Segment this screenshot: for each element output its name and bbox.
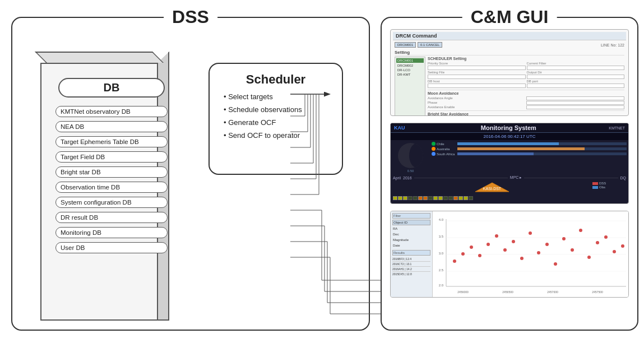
svg-point-59 xyxy=(604,235,608,239)
scr3-row2: 2016CT2 | 13.1 xyxy=(392,262,430,267)
scheduler-item: • Select targets xyxy=(224,92,342,101)
scr2-bar-fill-australia xyxy=(457,147,585,150)
scr2-cell xyxy=(398,196,402,200)
scr2-cell-grid xyxy=(391,196,628,201)
scr3-item1[interactable]: Object ID xyxy=(392,220,430,225)
scr2-dot-chile xyxy=(432,142,435,146)
scr2-cell xyxy=(469,196,473,200)
scr2-row3: South Africa xyxy=(432,152,627,156)
scr3-row4: 2015DX5 | 12.8 xyxy=(392,272,430,276)
scr2-bar-fill-chile xyxy=(457,142,559,145)
svg-point-48 xyxy=(512,240,515,243)
scr2-legend-dss-color xyxy=(592,182,598,185)
svg-point-54 xyxy=(562,237,566,240)
scr3-item5[interactable]: Date xyxy=(392,243,430,248)
svg-point-61 xyxy=(621,244,624,248)
scr2-triangle-svg: KASI-DST xyxy=(470,182,515,193)
scr3-left: Filter Object ID RA Dec Magnitude Date R… xyxy=(391,211,433,297)
scr1-sidebar-item1[interactable]: DRCM001 xyxy=(396,58,424,63)
svg-point-45 xyxy=(487,243,490,246)
scr1-scheduler-label: SCHEDULER Setting xyxy=(428,57,624,61)
svg-point-55 xyxy=(571,248,574,252)
db-label: DB xyxy=(58,78,165,98)
scr1-field-label1: Priority Score xyxy=(428,62,526,65)
scr1-btn1[interactable]: DRCM001 xyxy=(395,42,416,48)
scr3-item4[interactable]: Magnitude xyxy=(392,238,430,242)
scr2-cell xyxy=(413,196,418,200)
scr2-bar-australia xyxy=(457,147,627,150)
svg-point-41 xyxy=(453,259,456,263)
scr2-label-australia: Australia xyxy=(437,147,456,151)
scr2-cell xyxy=(408,196,413,200)
scr3-item3[interactable]: Dec xyxy=(392,232,430,237)
scr1-status: LINE No: 122 xyxy=(601,43,624,47)
scr1-moon-v2 xyxy=(526,101,624,105)
scheduler-item: • Schedule observations xyxy=(224,105,342,114)
svg-text:KASI-DST: KASI-DST xyxy=(483,187,502,191)
db-container: DB KMTNet observatory DBNEA DBTarget Eph… xyxy=(29,52,158,321)
scr1-field-val5 xyxy=(527,75,625,79)
svg-point-44 xyxy=(478,254,481,257)
svg-point-51 xyxy=(537,251,540,254)
scr1-field-label4: Current Filter xyxy=(527,62,625,65)
scr2-dq-label: DQ xyxy=(620,176,627,180)
scr1-moon-f2: Phase xyxy=(428,101,526,105)
scr3-item2[interactable]: RA xyxy=(392,226,430,231)
scr1-title: DRCM Command xyxy=(393,32,626,40)
scr2-legend: DSS Obs xyxy=(592,182,626,195)
scr1-field-label2: Setting File xyxy=(428,71,526,74)
scr1-main-panel: SCHEDULER Setting Priority Score Setting… xyxy=(428,57,624,116)
db-item: User DB xyxy=(55,242,168,253)
scr1-sidebar-item2[interactable]: DRCM002 xyxy=(396,63,424,68)
scr3-filter-label: Filter xyxy=(392,213,430,219)
db-item: Observation time DB xyxy=(55,182,168,193)
scr2-bar-fill-safrica xyxy=(457,152,534,155)
db-front: DB KMTNet observatory DBNEA DBTarget Eph… xyxy=(40,63,158,321)
scr2-status-area: Chile Australia xyxy=(432,142,627,173)
scr2-cell xyxy=(448,196,453,200)
scr2-cell xyxy=(403,196,407,200)
scr1-btn2[interactable]: 0.1 CANCEL xyxy=(418,42,442,48)
scr3-table-label: Results xyxy=(392,250,430,256)
scr1-field-label3: DB host xyxy=(428,80,526,83)
scr2-control-row: April 2016 MPC ▸ DQ xyxy=(391,174,628,181)
scr2-april: April xyxy=(393,176,401,180)
scr2-dot-safrica xyxy=(432,152,435,156)
scr2-divider2 xyxy=(524,178,618,178)
scr3-table-area: 2016BF3 | 12.4 2016CT2 | 13.1 2016AH1 | … xyxy=(392,257,430,276)
svg-text:3.5: 3.5 xyxy=(439,235,444,238)
scr2-cell xyxy=(443,196,448,200)
scheduler-items: • Select targets• Schedule observations•… xyxy=(210,92,342,140)
scr3-row3: 2016AH1 | 14.2 xyxy=(392,267,430,272)
scr2-triangle-row: KASI-DST DSS Obs xyxy=(391,181,628,196)
screenshot-chart: Filter Object ID RA Dec Magnitude Date R… xyxy=(390,211,629,298)
svg-text:2456000: 2456000 xyxy=(457,290,469,294)
scr2-cell xyxy=(428,196,433,200)
svg-point-50 xyxy=(529,231,532,235)
scr2-row1: Chile xyxy=(432,142,627,146)
db-top xyxy=(35,52,164,63)
dss-title: DSS xyxy=(164,7,217,27)
scr1-moon-f1: Avoidance Angle xyxy=(428,96,526,100)
svg-text:2.0: 2.0 xyxy=(439,284,444,287)
scr1-moon-v1 xyxy=(526,96,624,100)
svg-text:3.0: 3.0 xyxy=(439,252,444,255)
scr1-sidebar-item3[interactable]: DR-LCO xyxy=(396,68,424,72)
scr1-sidebar-item4[interactable]: DR-KMT xyxy=(396,72,424,77)
svg-point-60 xyxy=(613,250,616,253)
scr2-content: 0.50 Chile Australia xyxy=(391,140,628,174)
scr2-triangle-area: KASI-DST xyxy=(393,182,591,195)
scr3-row1: 2016BF3 | 12.4 xyxy=(392,257,430,262)
main-container: DSS DB KMTNet observatory DBNEA DBTarget… xyxy=(0,0,644,343)
scr1-moon-v3 xyxy=(526,105,624,109)
svg-text:4.0: 4.0 xyxy=(439,218,444,221)
scr3-chart-svg: 4.0 3.5 3.0 2.5 2.0 xyxy=(435,214,626,295)
scr1-field-val1 xyxy=(428,66,526,70)
scr2-cell xyxy=(393,196,397,200)
scr2-moon-dark xyxy=(409,143,423,168)
scr1-fields: Priority Score Setting File DB host Cur xyxy=(428,62,624,88)
db-item: Target Ephemeris Table DB xyxy=(55,136,168,147)
scr2-mpc-label: MPC ▸ xyxy=(510,175,522,180)
scr1-field-val4 xyxy=(527,66,625,70)
scr1-field-val3 xyxy=(428,84,526,88)
